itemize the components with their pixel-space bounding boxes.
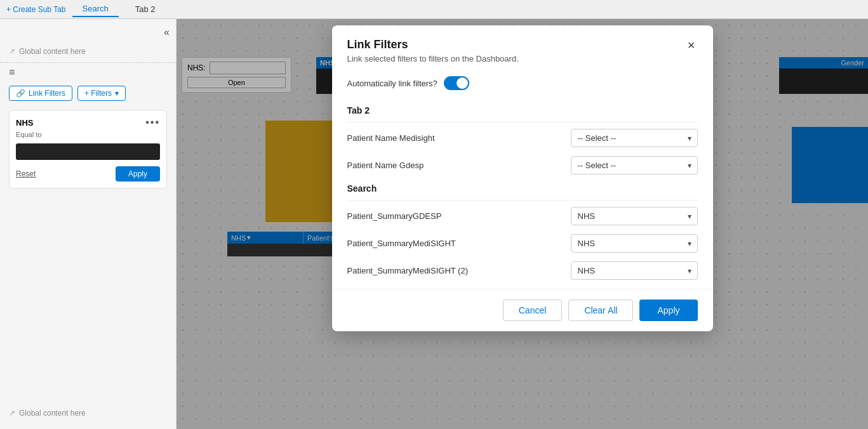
patient-name-gdesp-label: Patient Name Gdesp	[347, 161, 571, 170]
patient-summary-medisight-2-label: Patient_SummaryMediSIGHT (2)	[347, 266, 571, 275]
filter-row-patient-summary-medisight: Patient_SummaryMediSIGHT -- Select -- NH…	[347, 234, 698, 253]
add-filters-button[interactable]: + Filters ▾	[77, 86, 126, 101]
auto-link-toggle[interactable]	[444, 76, 469, 90]
toggle-thumb	[457, 77, 468, 89]
modal-subtitle: Link selected filters to filters on the …	[347, 54, 519, 63]
filter-card-header: NHS •••	[16, 117, 160, 128]
arrow-icon-bottom: ↗	[9, 409, 15, 418]
create-sub-tab-button[interactable]: + Create Sub Tab	[6, 5, 66, 14]
patient-summary-medisight-select[interactable]: -- Select -- NHS	[571, 234, 698, 253]
auto-link-label: Automatically link filters?	[347, 79, 437, 88]
hamburger-icon[interactable]: ≡	[0, 63, 176, 82]
modal-auto-link-row: Automatically link filters?	[332, 71, 713, 98]
arrow-icon: ↗	[9, 47, 15, 56]
content-area: NHS: Open NHS NHS ▾ Patient's name ▾	[177, 19, 868, 429]
global-content-top-label: Global content here	[19, 47, 86, 56]
patient-name-medisight-select-wrapper: -- Select -- NHS ▾	[571, 129, 698, 147]
patient-summary-medisight-2-select[interactable]: -- Select -- NHS	[571, 261, 698, 280]
main-layout: « ↗ Global content here ≡ 🔗 Link Filters…	[0, 19, 868, 429]
patient-summary-gdesp-select[interactable]: -- Select -- NHS	[571, 207, 698, 225]
patient-summary-medisight-select-wrapper: -- Select -- NHS ▾	[571, 234, 698, 253]
filter-card-title: NHS	[16, 118, 33, 128]
cancel-button[interactable]: Cancel	[503, 300, 563, 321]
filter-card-actions: Reset Apply	[16, 166, 160, 182]
nhs-filter-card: NHS ••• Equal to Reset Apply	[9, 110, 167, 188]
divider-tab2	[347, 122, 698, 122]
link-filters-label: Link Filters	[29, 89, 65, 98]
apply-button-modal[interactable]: Apply	[639, 300, 697, 321]
link-filters-button[interactable]: 🔗 Link Filters	[9, 86, 72, 101]
divider-search	[347, 200, 698, 201]
patient-name-medisight-label: Patient Name Medisight	[347, 133, 571, 143]
filter-card-menu-icon[interactable]: •••	[145, 117, 160, 128]
top-tab-bar: + Create Sub Tab Search Tab 2	[0, 0, 868, 19]
filter-card-subtitle: Equal to	[16, 131, 160, 138]
patient-name-gdesp-select[interactable]: -- Select -- NHS	[571, 156, 698, 175]
tab-tab2[interactable]: Tab 2	[125, 2, 166, 16]
filter-row-patient-summary-gdesp: Patient_SummaryGDESP -- Select -- NHS ▾	[347, 207, 698, 225]
collapse-button[interactable]: «	[0, 24, 176, 41]
global-content-top: ↗ Global content here	[0, 41, 176, 63]
tab-search[interactable]: Search	[72, 1, 119, 17]
clear-all-button[interactable]: Clear All	[568, 300, 633, 321]
modal-header: Link Filters Link selected filters to fi…	[332, 25, 713, 71]
reset-button[interactable]: Reset	[16, 169, 36, 178]
global-content-bottom-label: Global content here	[19, 409, 86, 418]
filter-input-box	[16, 143, 160, 160]
global-content-bottom: ↗ Global content here	[0, 402, 176, 424]
filter-row-patient-name-gdesp: Patient Name Gdesp -- Select -- NHS ▾	[347, 156, 698, 175]
modal-header-text: Link Filters Link selected filters to fi…	[347, 38, 519, 63]
filter-row-patient-name-medisight: Patient Name Medisight -- Select -- NHS …	[347, 129, 698, 147]
tab2-section-title: Tab 2	[347, 105, 698, 116]
modal-title: Link Filters	[347, 38, 519, 51]
patient-name-medisight-select[interactable]: -- Select -- NHS	[571, 129, 698, 147]
modal-close-button[interactable]: ×	[685, 38, 698, 53]
apply-button-small[interactable]: Apply	[116, 166, 160, 182]
patient-summary-medisight-label: Patient_SummaryMediSIGHT	[347, 239, 571, 248]
modal-overlay: Link Filters Link selected filters to fi…	[177, 19, 868, 429]
patient-summary-gdesp-label: Patient_SummaryGDESP	[347, 211, 571, 221]
patient-summary-medisight-2-select-wrapper: -- Select -- NHS ▾	[571, 261, 698, 280]
modal-body: Tab 2 Patient Name Medisight -- Select -…	[332, 98, 713, 289]
add-filters-label: + Filters	[84, 89, 112, 98]
search-section-title: Search	[347, 183, 698, 194]
sidebar: « ↗ Global content here ≡ 🔗 Link Filters…	[0, 19, 177, 429]
patient-summary-gdesp-select-wrapper: -- Select -- NHS ▾	[571, 207, 698, 225]
filter-row-patient-summary-medisight-2: Patient_SummaryMediSIGHT (2) -- Select -…	[347, 261, 698, 280]
modal-footer: Cancel Clear All Apply	[332, 289, 713, 331]
chevron-down-icon: ▾	[115, 89, 119, 98]
patient-name-gdesp-select-wrapper: -- Select -- NHS ▾	[571, 156, 698, 175]
filter-buttons: 🔗 Link Filters + Filters ▾	[0, 82, 176, 105]
link-icon: 🔗	[16, 89, 25, 98]
link-filters-modal: Link Filters Link selected filters to fi…	[332, 25, 713, 331]
